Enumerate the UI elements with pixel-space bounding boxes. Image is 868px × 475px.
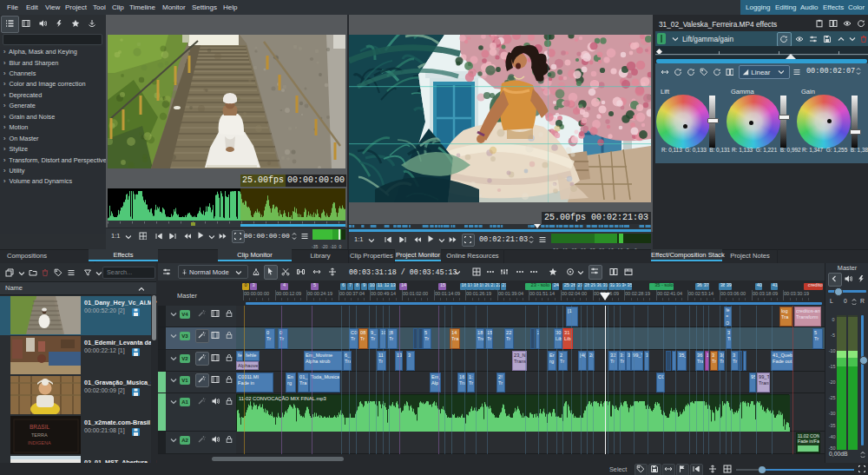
svg-text:BRΔSIL: BRΔSIL xyxy=(30,424,50,430)
svg-text:INDIGENA: INDIGENA xyxy=(28,440,51,445)
svg-text:TERRA: TERRA xyxy=(31,432,48,438)
